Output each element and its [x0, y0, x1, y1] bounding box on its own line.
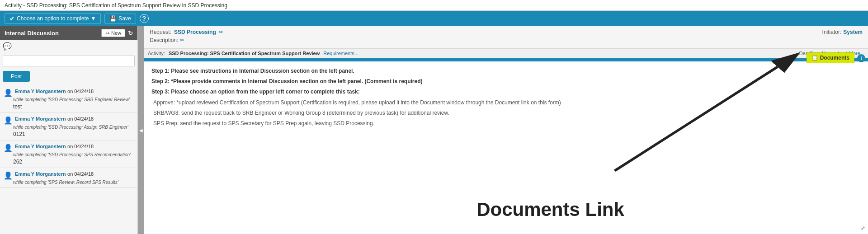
- list-item: 👤 Emma Y Morganstern on 04/24/18 while c…: [0, 113, 137, 140]
- user-avatar-icon: 👤: [4, 144, 13, 152]
- step1-text: Step 1: Please see instructions in Inter…: [151, 67, 861, 75]
- documents-button[interactable]: 📋 Documents: [807, 52, 854, 63]
- user-avatar-icon: 👤: [4, 171, 13, 180]
- entry-header: 👤 Emma Y Morganstern on 04/24/18: [4, 143, 134, 152]
- title-text: Activity - SSD Processing: SPS Certifica…: [5, 2, 227, 9]
- dropdown-arrow-icon: ▼: [90, 15, 96, 22]
- entry-header: 👤 Emma Y Morganstern on 04/24/18: [4, 88, 134, 97]
- entry-header: 👤 Emma Y Morganstern on 04/24/18: [4, 171, 134, 180]
- description-edit-icon[interactable]: ✏: [180, 37, 184, 43]
- user-avatar-icon: 👤: [4, 89, 13, 97]
- list-item: 👤 Emma Y Morganstern on 04/24/18 while c…: [0, 140, 137, 168]
- info-panel-icon[interactable]: i: [857, 54, 865, 62]
- title-bar: Activity - SSD Processing: SPS Certifica…: [0, 0, 868, 11]
- request-edit-icon[interactable]: ✏: [219, 29, 223, 35]
- blue-separator-bar: [144, 58, 868, 61]
- entry-header: 👤 Emma Y Morganstern on 04/24/18: [4, 116, 134, 125]
- comment-icon-area: 💬: [0, 40, 137, 53]
- help-button[interactable]: ?: [140, 14, 149, 23]
- sidebar-header-controls: + + New ↻: [101, 29, 133, 37]
- content-area: Request: SSD Processing ✏ Initiator: Sys…: [144, 26, 868, 234]
- initiator-row: Initiator: System: [822, 29, 863, 35]
- new-discussion-button[interactable]: + + New: [101, 29, 125, 37]
- discussion-input[interactable]: [3, 56, 135, 66]
- discussion-entries: 👤 Emma Y Morganstern on 04/24/18 while c…: [0, 84, 137, 234]
- list-item: 👤 Emma Y Morganstern on 04/24/18 while c…: [0, 85, 137, 113]
- list-item: 👤 Emma Y Morganstern on 04/24/18 while c…: [0, 168, 137, 188]
- sidebar: Internal Discussion + + New ↻ 💬 Post 👤: [0, 26, 138, 234]
- user-avatar-icon: 👤: [4, 116, 13, 125]
- step3-text: Step 3: Please choose an option from the…: [151, 88, 861, 96]
- sidebar-title: Internal Discussion: [5, 30, 59, 37]
- entry-info: Emma Y Morganstern on 04/24/18: [15, 143, 134, 150]
- step2-text: Step 2: *Please provide comments in Inte…: [151, 77, 861, 86]
- instructions-panel: Step 1: Please see instructions in Inter…: [144, 61, 868, 234]
- content-header-row1: Request: SSD Processing ✏ Initiator: Sys…: [150, 29, 863, 35]
- documents-icon: 📋: [811, 55, 818, 61]
- sidebar-header: Internal Discussion + + New ↻: [0, 26, 137, 40]
- approve-option: Approve: *upload reviewed Certification …: [153, 98, 861, 107]
- post-button[interactable]: Post: [3, 71, 30, 82]
- sps-prep-option: SPS Prep: send the request to SPS Secret…: [153, 119, 861, 128]
- entry-info: Emma Y Morganstern on 04/24/18: [15, 88, 134, 94]
- activity-row: Activity: SSD Processing: SPS Certificat…: [144, 48, 868, 58]
- entry-info: Emma Y Morganstern on 04/24/18: [15, 171, 134, 177]
- save-button[interactable]: 💾 Save: [104, 14, 136, 24]
- content-header: Request: SSD Processing ✏ Initiator: Sys…: [144, 26, 868, 48]
- comment-icon: 💬: [3, 42, 12, 50]
- collapse-panel-button[interactable]: ◀: [138, 26, 144, 234]
- description-row: Description: ✏: [150, 37, 863, 43]
- checkmark-icon: ✔: [9, 15, 15, 22]
- save-icon: 💾: [109, 15, 117, 22]
- refresh-icon[interactable]: ↻: [128, 30, 133, 37]
- choose-option-button[interactable]: ✔ Choose an option to complete ▼: [5, 13, 101, 24]
- toolbar: ✔ Choose an option to complete ▼ 💾 Save …: [0, 11, 868, 26]
- request-row: Request: SSD Processing ✏: [150, 29, 223, 35]
- entry-info: Emma Y Morganstern on 04/24/18: [15, 116, 134, 122]
- main-layout: Internal Discussion + + New ↻ 💬 Post 👤: [0, 26, 868, 234]
- srbwg8-option: SRB/WG8: send the request back to SRB En…: [153, 109, 861, 117]
- requirements-link[interactable]: Requirements...: [323, 51, 359, 56]
- expand-icon[interactable]: ⤢: [861, 225, 865, 231]
